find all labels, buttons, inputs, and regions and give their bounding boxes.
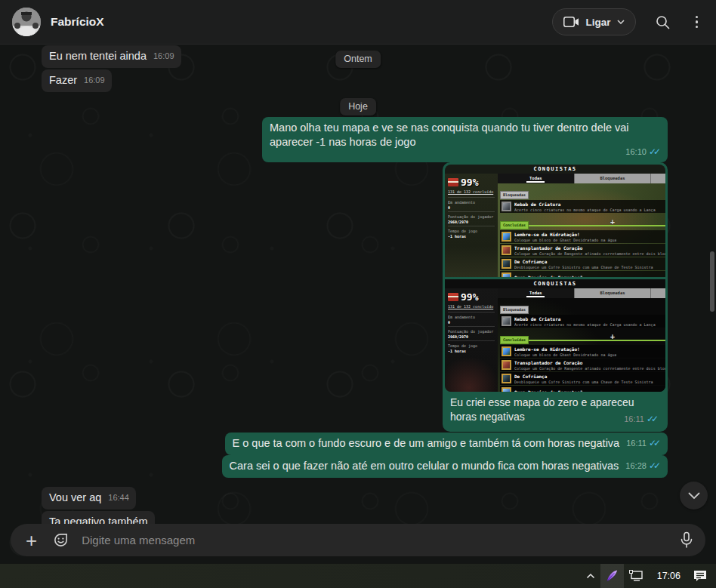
mc-achievement: Kebab de CriaturaAcerte cinco criaturas … — [500, 315, 665, 328]
mc-stat-label: Tempo de jogo — [448, 229, 495, 233]
outgoing-message[interactable]: E o que ta com o fundo escuro e de um am… — [225, 433, 668, 455]
mc-achievement: Kebab de CriaturaAcerte cinco criaturas … — [500, 200, 665, 213]
crosshair-icon: + — [610, 217, 615, 225]
mc-achievement: Quem Precisa de Foguetes? — [500, 271, 665, 277]
achievement-icon — [502, 259, 511, 269]
message-text: Cara sei o que fazer não até em outro ce… — [230, 459, 619, 473]
message-time: 16:11 — [624, 412, 644, 426]
call-button-label: Ligar — [585, 17, 610, 28]
voice-message-button[interactable] — [680, 531, 693, 550]
achievement-icon — [502, 232, 511, 242]
achievement-icon — [502, 272, 511, 277]
mc-achievement: Lembre-se da Hidratação!Coloque um bloco… — [500, 230, 665, 243]
mc-stats-panel: 99% 131 de 132 concluído Em andamento0 P… — [445, 174, 498, 277]
message-text: Vou ver aq — [49, 491, 101, 505]
windows-taskbar: 17:06 — [0, 564, 716, 588]
mc-screen-title: CONQUISTAS — [445, 279, 665, 288]
book-icon — [448, 178, 458, 186]
achievement-icon — [502, 374, 511, 383]
outgoing-image-message[interactable]: CONQUISTAS 99% 131 de 132 concluído Em a… — [443, 162, 668, 432]
message-time: 16:09 — [84, 73, 105, 88]
mc-tab-todas: Todas — [498, 288, 574, 298]
taskbar-clock[interactable]: 17:06 — [650, 571, 688, 581]
search-button[interactable] — [656, 15, 670, 29]
plus-icon: + — [26, 529, 37, 552]
mc-tab-todas: Todas — [498, 174, 574, 183]
contact-avatar[interactable] — [12, 8, 41, 36]
contact-name[interactable]: FabrícioX — [51, 15, 104, 29]
achievement-icon — [502, 346, 511, 356]
notification-icon — [693, 570, 707, 582]
mc-stat-label: Tempo de jogo — [448, 343, 495, 348]
message-text: Eu nem tentei ainda — [49, 49, 147, 63]
sticker-smiley-icon — [52, 531, 69, 549]
mc-section-completed: Concluídas — [500, 336, 529, 344]
mc-achievement: Quem Precisa de Foguetes? — [500, 386, 665, 392]
scroll-to-bottom-button[interactable] — [680, 482, 708, 509]
incoming-message[interactable]: Fazer 16:09 — [42, 69, 112, 92]
message-time: 16:10 — [625, 145, 647, 159]
date-divider: Hoje — [340, 98, 376, 115]
mc-stat-value: 0 — [448, 205, 495, 210]
message-text: Mano olha teu mapa e ve se nas conquista… — [270, 122, 629, 148]
call-button[interactable]: Ligar — [552, 8, 635, 35]
kebab-menu-icon — [696, 16, 699, 19]
search-icon — [656, 15, 670, 29]
mc-achievement: De CofriançaDesbloqueie um Cofre Sinistr… — [500, 372, 665, 385]
message-time: 16:11 — [626, 436, 647, 451]
mc-stat-label: Pontuação do jogador — [448, 214, 495, 219]
outgoing-message[interactable]: Mano olha teu mapa e ve se nas conquista… — [262, 117, 668, 162]
message-composer: + — [11, 524, 705, 556]
chevron-down-icon — [688, 492, 700, 500]
attach-button[interactable]: + — [23, 531, 40, 550]
mc-stat-value: 2960/2970 — [448, 220, 495, 224]
achievement-icon — [502, 202, 511, 211]
floating-date-badge: Ontem — [335, 51, 381, 68]
mc-achievement: Transplantador de CoraçãoColoque um Cora… — [500, 359, 665, 371]
ethernet-network-icon — [629, 570, 644, 582]
message-time: 16:09 — [153, 49, 174, 63]
message-time: 16:28 — [625, 459, 647, 473]
incoming-message[interactable]: Vou ver aq 16:44 — [42, 487, 136, 509]
mc-section-blocked: Bloqueadas — [500, 306, 529, 314]
mc-screen-title: CONQUISTAS — [445, 165, 665, 174]
message-input[interactable] — [82, 534, 674, 546]
chat-scrollbar[interactable] — [710, 251, 714, 312]
minecraft-screenshot-1: CONQUISTAS 99% 131 de 132 concluído Em a… — [445, 165, 665, 277]
menu-button[interactable] — [690, 14, 705, 30]
mc-stat-label: Em andamento — [448, 200, 495, 205]
read-ticks-icon: ✓✓ — [649, 436, 661, 451]
mc-achievement: Lembre-se da Hidratação!Coloque um bloco… — [500, 345, 665, 358]
minecraft-screenshot-2: CONQUISTAS 99% 131 de 132 concluído Em a… — [445, 279, 665, 392]
mc-section-completed: Concluídas — [500, 221, 529, 229]
chat-header: FabrícioX Ligar — [0, 0, 716, 45]
message-text: Eu criei esse mapa do zero e apareceu ho… — [450, 396, 634, 423]
video-camera-icon — [563, 17, 579, 27]
attached-image[interactable]: CONQUISTAS 99% 131 de 132 concluído Em a… — [445, 165, 665, 392]
message-text: Fazer — [49, 73, 77, 88]
mc-tab-bloqueadas: Bloqueadas — [574, 174, 651, 183]
mc-stat-label: Em andamento — [448, 315, 495, 319]
mc-stat-value: -1 horas — [448, 234, 495, 239]
read-ticks-icon: ✓✓ — [647, 412, 659, 426]
incoming-message[interactable]: Eu nem tentei ainda 16:09 — [42, 45, 181, 68]
read-ticks-icon: ✓✓ — [649, 459, 661, 473]
mc-achievement: Transplantador de CoraçãoColoque um Cora… — [500, 244, 665, 257]
system-tray: 17:06 — [581, 564, 716, 588]
tray-network-button[interactable] — [624, 564, 650, 588]
action-center-button[interactable] — [688, 564, 716, 588]
message-time: 16:44 — [108, 491, 129, 505]
tray-app-button[interactable] — [600, 564, 624, 588]
mc-progress-text: 131 de 132 concluído — [448, 304, 495, 309]
achievement-icon — [502, 360, 511, 370]
mc-stat-value: 0 — [448, 320, 495, 325]
outgoing-message[interactable]: Cara sei o que fazer não até em outro ce… — [222, 455, 668, 478]
image-caption: Eu criei esse mapa do zero e apareceu ho… — [445, 392, 665, 429]
mc-stat-value: -1 horas — [448, 349, 495, 353]
tray-show-hidden-icons-button[interactable] — [581, 564, 600, 588]
book-icon — [448, 293, 458, 301]
read-ticks-icon: ✓✓ — [649, 145, 661, 159]
mc-percent: 99% — [461, 177, 478, 188]
emoji-sticker-button[interactable] — [52, 531, 69, 549]
mc-stat-value: 2960/2970 — [448, 334, 495, 339]
